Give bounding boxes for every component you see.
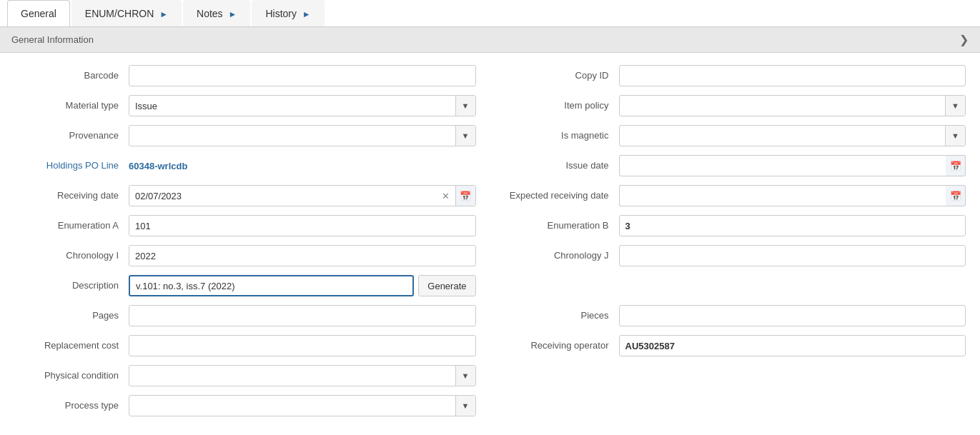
tab-history[interactable]: History ► <box>252 0 324 26</box>
issue-date-label: Issue date <box>505 160 619 172</box>
is-magnetic-select[interactable]: ▼ <box>619 125 966 146</box>
replacement-cost-field <box>129 335 476 356</box>
process-type-select[interactable]: ▼ <box>129 395 476 416</box>
material-type-select[interactable]: Issue ▼ <box>129 95 476 116</box>
form-content: Barcode Material type Issue ▼ Provenance <box>0 53 980 435</box>
chronology-i-input[interactable] <box>129 245 476 266</box>
item-policy-select[interactable]: ▼ <box>619 95 966 116</box>
tab-notes-label: Notes <box>197 8 223 19</box>
expected-receiving-date-wrapper: 📅 <box>619 185 966 206</box>
pieces-input[interactable] <box>619 305 966 326</box>
tab-notes[interactable]: Notes ► <box>183 0 250 26</box>
barcode-row: Barcode <box>14 64 476 87</box>
description-input[interactable] <box>129 275 414 296</box>
barcode-input[interactable] <box>129 65 476 86</box>
holdings-po-line-link[interactable]: 60348-wrlcdb <box>129 161 187 171</box>
item-policy-row: Item policy ▼ <box>505 94 966 117</box>
provenance-row: Provenance ▼ <box>14 124 476 147</box>
physical-condition-value <box>129 373 455 379</box>
pages-label: Pages <box>14 310 129 322</box>
provenance-dropdown-icon[interactable]: ▼ <box>455 126 475 146</box>
replacement-cost-input[interactable] <box>129 335 476 356</box>
issue-date-calendar-icon[interactable]: 📅 <box>946 155 966 176</box>
expected-receiving-date-input[interactable] <box>619 185 946 206</box>
issue-date-row: Issue date 📅 <box>505 154 966 177</box>
enumeration-a-label: Enumeration A <box>14 220 129 232</box>
enumeration-b-input[interactable] <box>619 215 966 236</box>
enumeration-b-field <box>619 215 966 236</box>
pieces-field <box>619 305 966 326</box>
enumeration-a-input[interactable] <box>129 215 476 236</box>
tab-general[interactable]: General <box>7 0 70 26</box>
chronology-j-input[interactable] <box>619 245 966 266</box>
left-column: Barcode Material type Issue ▼ Provenance <box>14 64 476 424</box>
receiving-operator-field <box>619 335 966 356</box>
physical-condition-row: Physical condition ▼ <box>14 364 476 387</box>
physical-condition-select[interactable]: ▼ <box>129 365 476 386</box>
enumeration-a-row: Enumeration A <box>14 214 476 237</box>
provenance-label: Provenance <box>14 130 129 142</box>
pages-row: Pages <box>14 304 476 327</box>
copy-id-field <box>619 65 966 86</box>
section-title: General Information <box>11 34 94 45</box>
chronology-j-label: Chronology J <box>505 250 619 262</box>
chronology-j-field <box>619 245 966 266</box>
expected-receiving-date-field: 📅 <box>619 185 966 206</box>
right-column: Copy ID Item policy ▼ Is magnetic <box>505 64 966 424</box>
physical-condition-dropdown-icon[interactable]: ▼ <box>455 366 475 386</box>
physical-condition-field: ▼ <box>129 365 476 386</box>
expected-receiving-date-row: Expected receiving date 📅 <box>505 184 966 207</box>
description-wrapper: Generate <box>129 275 476 296</box>
replacement-cost-label: Replacement cost <box>14 340 129 352</box>
pages-input[interactable] <box>129 305 476 326</box>
process-type-dropdown-icon[interactable]: ▼ <box>455 396 475 416</box>
enumeration-b-row: Enumeration B <box>505 214 966 237</box>
provenance-field: ▼ <box>129 125 476 146</box>
item-policy-dropdown-icon[interactable]: ▼ <box>945 96 965 116</box>
process-type-row: Process type ▼ <box>14 394 476 417</box>
receiving-date-label: Receiving date <box>14 190 129 202</box>
copy-id-input[interactable] <box>619 65 966 86</box>
receiving-operator-input[interactable] <box>619 335 966 356</box>
material-type-value: Issue <box>129 98 455 114</box>
chronology-i-field <box>129 245 476 266</box>
receiving-date-value: 02/07/2023 <box>129 188 437 204</box>
provenance-value <box>129 133 455 139</box>
copy-id-row: Copy ID <box>505 64 966 87</box>
is-magnetic-field: ▼ <box>619 125 966 146</box>
holdings-po-line-row: Holdings PO Line 60348-wrlcdb <box>14 154 476 177</box>
is-magnetic-dropdown-icon[interactable]: ▼ <box>945 126 965 146</box>
material-type-dropdown-icon[interactable]: ▼ <box>455 96 475 116</box>
is-magnetic-row: Is magnetic ▼ <box>505 124 966 147</box>
tab-bar: General ENUM/CHRON ► Notes ► History ► <box>0 0 980 27</box>
receiving-date-clear-icon[interactable]: ✕ <box>437 186 455 206</box>
collapse-icon[interactable]: ❯ <box>959 33 969 46</box>
provenance-select[interactable]: ▼ <box>129 125 476 146</box>
item-policy-field: ▼ <box>619 95 966 116</box>
replacement-cost-row: Replacement cost <box>14 334 476 357</box>
generate-button[interactable]: Generate <box>418 275 475 296</box>
enum-chron-arrow-icon: ► <box>159 9 168 19</box>
is-magnetic-value <box>620 133 946 139</box>
expected-receiving-date-calendar-icon[interactable]: 📅 <box>946 185 966 206</box>
history-arrow-icon: ► <box>302 9 311 19</box>
tab-general-label: General <box>21 8 56 19</box>
issue-date-input[interactable] <box>619 155 946 176</box>
enumeration-b-label: Enumeration B <box>505 220 619 232</box>
tabs-container: General ENUM/CHRON ► Notes ► History ► <box>0 0 980 27</box>
pieces-label: Pieces <box>505 310 619 322</box>
tab-enum-chron[interactable]: ENUM/CHRON ► <box>71 0 182 26</box>
material-type-row: Material type Issue ▼ <box>14 94 476 117</box>
barcode-field <box>129 65 476 86</box>
physical-condition-label: Physical condition <box>14 370 129 382</box>
receiving-date-input-wrapper: 02/07/2023 ✕ 📅 <box>129 185 476 206</box>
item-policy-label: Item policy <box>505 100 619 112</box>
issue-date-field: 📅 <box>619 155 966 176</box>
section-header: General Information ❯ <box>0 27 980 53</box>
material-type-field: Issue ▼ <box>129 95 476 116</box>
enumeration-a-field <box>129 215 476 236</box>
description-label: Description <box>14 280 129 292</box>
process-type-field: ▼ <box>129 395 476 416</box>
receiving-operator-row: Receiving operator <box>505 334 966 357</box>
receiving-date-calendar-icon[interactable]: 📅 <box>455 186 475 206</box>
